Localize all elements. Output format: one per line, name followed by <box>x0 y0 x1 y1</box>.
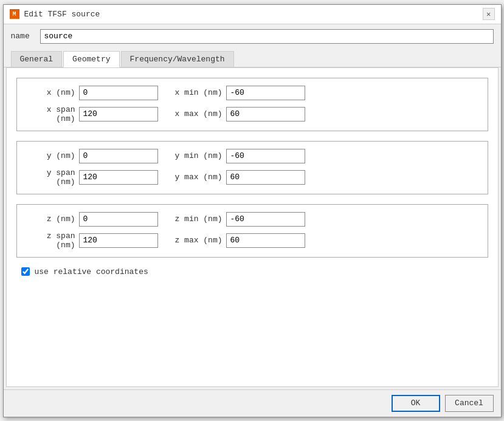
y-min-input[interactable] <box>226 149 305 163</box>
dialog-title: Edit TFSF source <box>24 10 100 19</box>
x-max-label: x max (nm) <box>168 109 223 118</box>
title-bar: M Edit TFSF source ✕ <box>4 5 501 24</box>
z-span-row: z span (nm) z max (nm) <box>27 231 478 250</box>
tabs: General Geometry Frequency/Wavelength <box>4 49 501 67</box>
y-section: y (nm) y min (nm) y span (nm) y max (nm) <box>16 141 488 194</box>
y-row: y (nm) y min (nm) <box>27 149 478 163</box>
relative-coordinates-row: use relative coordinates <box>16 267 488 276</box>
footer: OK Cancel <box>4 389 501 417</box>
title-bar-left: M Edit TFSF source <box>10 9 100 19</box>
y-max-label: y max (nm) <box>168 173 223 182</box>
x-label: x (nm) <box>27 88 75 97</box>
y-span-row: y span (nm) y max (nm) <box>27 168 478 187</box>
y-span-label: y span (nm) <box>27 168 75 187</box>
name-label: name <box>11 32 35 41</box>
z-min-input[interactable] <box>226 212 305 227</box>
x-row: x (nm) x min (nm) <box>27 86 478 100</box>
z-max-label: z max (nm) <box>168 236 223 245</box>
x-max-input[interactable] <box>226 107 305 122</box>
tab-frequency-wavelength[interactable]: Frequency/Wavelength <box>121 51 234 67</box>
x-min-label: x min (nm) <box>168 88 223 97</box>
y-max-input[interactable] <box>226 170 305 185</box>
z-section: z (nm) z min (nm) z span (nm) z max (nm) <box>16 204 488 258</box>
use-relative-coordinates-checkbox[interactable] <box>21 267 30 276</box>
cancel-button[interactable]: Cancel <box>445 395 494 412</box>
tab-general[interactable]: General <box>11 51 63 67</box>
tab-geometry[interactable]: Geometry <box>63 51 119 67</box>
x-span-label: x span (nm) <box>27 105 75 123</box>
z-span-input[interactable] <box>79 233 158 248</box>
x-section: x (nm) x min (nm) x span (nm) x max (nm) <box>16 78 488 131</box>
z-label: z (nm) <box>27 214 75 224</box>
name-row: name <box>4 24 501 49</box>
tab-content: x (nm) x min (nm) x span (nm) x max (nm)… <box>6 67 499 387</box>
z-min-label: z min (nm) <box>168 214 223 224</box>
z-span-label: z span (nm) <box>27 231 75 250</box>
z-max-input[interactable] <box>226 233 305 248</box>
use-relative-coordinates-label: use relative coordinates <box>35 267 148 276</box>
y-span-input[interactable] <box>79 170 158 185</box>
x-input[interactable] <box>79 86 158 100</box>
x-span-row: x span (nm) x max (nm) <box>27 105 478 123</box>
x-span-input[interactable] <box>79 107 158 122</box>
close-button[interactable]: ✕ <box>483 8 495 20</box>
y-label: y (nm) <box>27 151 75 160</box>
name-input[interactable] <box>40 29 494 44</box>
z-input[interactable] <box>79 212 158 227</box>
y-min-label: y min (nm) <box>168 151 223 160</box>
dialog: M Edit TFSF source ✕ name General Geomet… <box>3 4 502 417</box>
ok-button[interactable]: OK <box>392 395 440 412</box>
z-row: z (nm) z min (nm) <box>27 212 478 227</box>
app-icon: M <box>10 9 19 19</box>
x-min-input[interactable] <box>226 86 305 100</box>
y-input[interactable] <box>79 149 158 163</box>
